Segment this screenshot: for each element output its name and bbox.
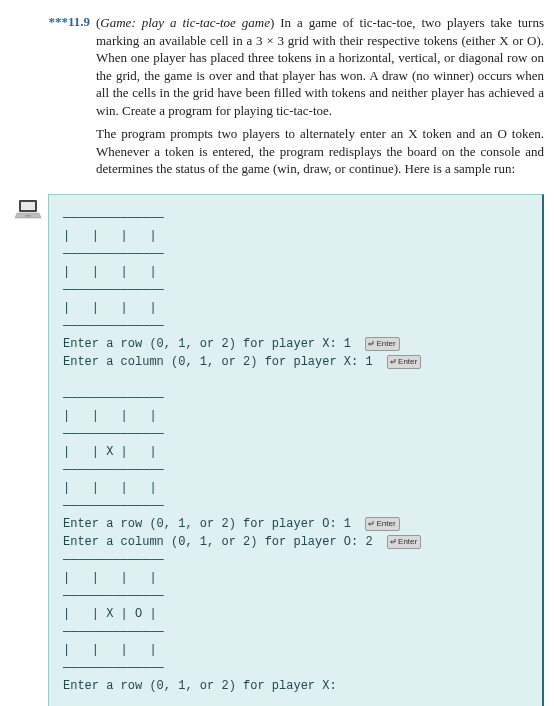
enter-key-icon: Enter [387,535,421,549]
grid-sep: —————————————— [63,247,164,261]
exercise-para-2: The program prompts two players to alter… [96,125,544,178]
grid-sep: —————————————— [63,553,164,567]
prompt-col-x: Enter a column (0, 1, or 2) for player X… [63,355,365,369]
grid-row: | | | | [63,481,157,495]
grid-sep: —————————————— [63,211,164,225]
prompt-row-o: Enter a row (0, 1, or 2) for player O: [63,517,344,531]
grid-sep: —————————————— [63,499,164,513]
input-row-o: 1 [344,517,351,531]
exercise-prefix: *** [48,14,68,29]
grid-sep: —————————————— [63,463,164,477]
exercise-body: (Game: play a tic-tac-toe game) In a gam… [96,14,544,184]
grid-row: | | | | [63,571,157,585]
enter-key-icon: Enter [387,355,421,369]
exercise-block: ***11.9 (Game: play a tic-tac-toe game) … [10,14,544,184]
grid-row: | | | | [63,265,157,279]
input-col-o: 2 [365,535,372,549]
times-symbol: × [266,33,273,48]
grid-sep: —————————————— [63,391,164,405]
enter-label: Enter [376,519,395,528]
svg-rect-1 [21,202,35,210]
grid-sep: —————————————— [63,625,164,639]
prompt-row-x-2: Enter a row (0, 1, or 2) for player X: [63,679,337,693]
sample-run-wrapper: —————————————— | | | | —————————————— | … [48,194,544,706]
grid-sep: —————————————— [63,661,164,675]
grid-row: | | | | [63,301,157,315]
prompt-col-o: Enter a column (0, 1, or 2) for player O… [63,535,365,549]
input-col-x: 1 [365,355,372,369]
grid-sep: —————————————— [63,283,164,297]
sample-run-box: —————————————— | | | | —————————————— | … [48,194,544,706]
exercise-number-col: ***11.9 [10,14,96,30]
grid-row: | | | | [63,229,157,243]
exercise-para-1: (Game: play a tic-tac-toe game) In a gam… [96,14,544,119]
input-row-x: 1 [344,337,351,351]
grid-row: | | | | [63,643,157,657]
enter-key-icon: Enter [365,337,399,351]
grid-sep: —————————————— [63,589,164,603]
exercise-title: Game: play a tic-tac-toe game [100,15,270,30]
enter-label: Enter [376,339,395,348]
grid-row: | | X | | [63,445,157,459]
enter-key-icon: Enter [365,517,399,531]
grid-row: | | X | O | [63,607,157,621]
laptop-icon [14,198,42,222]
svg-rect-2 [25,215,31,217]
enter-label: Enter [398,537,417,546]
prompt-row-x: Enter a row (0, 1, or 2) for player X: [63,337,344,351]
grid-sep: —————————————— [63,427,164,441]
grid-sep: —————————————— [63,319,164,333]
exercise-number: 11.9 [68,14,90,29]
enter-label: Enter [398,357,417,366]
grid-row: | | | | [63,409,157,423]
